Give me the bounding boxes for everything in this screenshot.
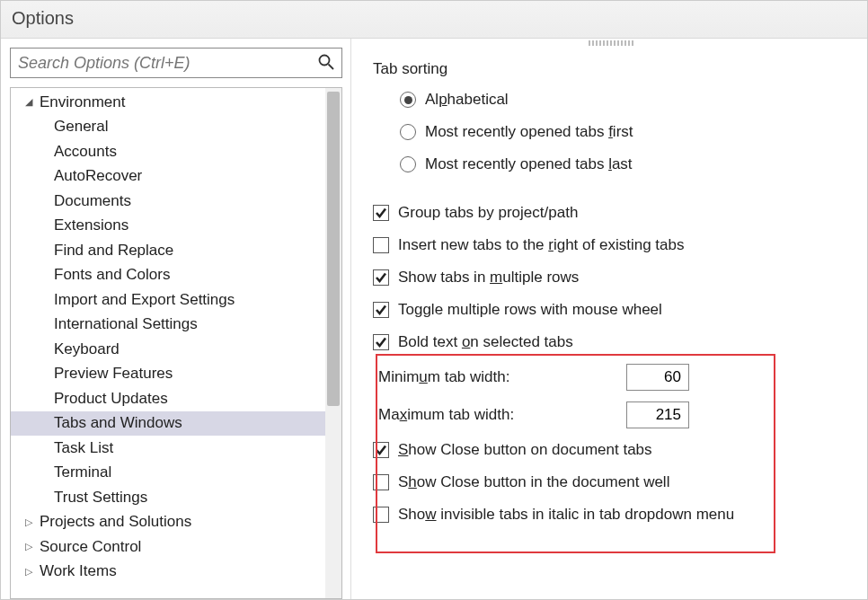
svg-line-1: [329, 65, 334, 70]
radio-label: Alphabetical: [425, 91, 509, 109]
checkbox-icon: [373, 474, 389, 490]
splitter[interactable]: [348, 39, 355, 599]
tree-item-international[interactable]: International Settings: [23, 313, 341, 338]
tree-label: Projects and Solutions: [40, 513, 191, 531]
svg-point-0: [320, 56, 330, 66]
check-close-in-well[interactable]: Show Close button in the document well: [373, 466, 860, 499]
min-tab-width-row: Minimum tab width:: [373, 358, 860, 396]
tree-item-autorecover[interactable]: AutoRecover: [23, 164, 341, 190]
tree-label: Keyboard: [54, 340, 120, 358]
tree-label: Product Updates: [54, 390, 168, 408]
check-label: Insert new tabs to the right of existing…: [398, 236, 684, 254]
tree-label: Tabs and Windows: [54, 414, 182, 432]
check-bold-selected[interactable]: Bold text on selected tabs: [373, 326, 860, 358]
tree-label: General: [54, 118, 108, 136]
tree-label: Accounts: [54, 143, 117, 161]
tree-item-trust-settings[interactable]: Trust Settings: [23, 485, 341, 510]
tree-label: Find and Replace: [54, 242, 173, 260]
min-tab-width-input[interactable]: [626, 364, 689, 391]
tree-scrollbar[interactable]: [325, 88, 341, 598]
radio-icon: [400, 124, 416, 140]
check-insert-right[interactable]: Insert new tabs to the right of existing…: [373, 229, 860, 261]
tree-node-source-control[interactable]: ▷ Source Control: [23, 534, 341, 560]
tree-label: AutoRecover: [54, 167, 142, 185]
radio-label: Most recently opened tabs first: [425, 123, 633, 141]
tree-label: Environment: [40, 93, 125, 111]
tree-label: Source Control: [40, 538, 141, 556]
check-group-by-project[interactable]: Group tabs by project/path: [373, 197, 860, 229]
panel-gripper-icon[interactable]: [589, 40, 633, 46]
tree-item-accounts[interactable]: Accounts: [23, 139, 341, 164]
caret-right-icon: ▷: [25, 541, 38, 552]
tree-node-work-items[interactable]: ▷ Work Items: [23, 560, 341, 585]
tree-node-projects-solutions[interactable]: ▷ Projects and Solutions: [23, 510, 341, 535]
check-label: Group tabs by project/path: [398, 204, 578, 222]
checkbox-icon: [373, 269, 389, 286]
check-label: Show invisible tabs in italic in tab dro…: [398, 506, 734, 524]
left-panel: ◢ Environment General Accounts AutoRecov…: [1, 39, 348, 599]
tab-options: Group tabs by project/path Insert new ta…: [373, 197, 860, 531]
tree-item-keyboard[interactable]: Keyboard: [23, 337, 341, 362]
tree-label: Task List: [54, 439, 113, 457]
category-tree[interactable]: ◢ Environment General Accounts AutoRecov…: [10, 87, 342, 599]
tree-item-tabs-windows[interactable]: Tabs and Windows: [11, 411, 341, 437]
radio-icon: [400, 156, 416, 172]
check-toggle-mouse-wheel[interactable]: Toggle multiple rows with mouse wheel: [373, 294, 860, 326]
check-close-on-tabs[interactable]: Show Close button on document tabs: [373, 434, 860, 466]
caret-down-icon: ◢: [25, 96, 38, 108]
tree-item-fonts-colors[interactable]: Fonts and Colors: [23, 263, 341, 288]
check-label: Show Close button on document tabs: [398, 441, 652, 459]
search-icon[interactable]: [317, 53, 335, 71]
min-tab-width-label: Minimum tab width:: [378, 368, 626, 386]
radio-label: Most recently opened tabs last: [425, 155, 633, 173]
check-label: Toggle multiple rows with mouse wheel: [398, 301, 662, 319]
radio-icon: [400, 92, 416, 108]
tree-item-documents[interactable]: Documents: [23, 189, 341, 214]
tree-label: Trust Settings: [54, 489, 147, 507]
scrollbar-thumb[interactable]: [327, 92, 340, 406]
check-multiple-rows[interactable]: Show tabs in multiple rows: [373, 261, 860, 294]
tree-item-extensions[interactable]: Extensions: [23, 214, 341, 239]
check-label: Show Close button in the document well: [398, 473, 669, 491]
search-wrap: [10, 48, 342, 78]
dialog-title: Options: [1, 1, 867, 39]
check-italic-invisible[interactable]: Show invisible tabs in italic in tab dro…: [373, 499, 860, 531]
tree-label: Extensions: [54, 216, 128, 234]
tab-sorting-heading: Tab sorting: [373, 60, 860, 78]
check-label: Bold text on selected tabs: [398, 333, 573, 351]
radio-alphabetical[interactable]: Alphabetical: [400, 84, 860, 116]
tree-item-general[interactable]: General: [23, 115, 341, 140]
checkbox-icon: [373, 334, 389, 350]
caret-right-icon: ▷: [25, 566, 38, 578]
tree-label: Documents: [54, 192, 131, 210]
checkbox-icon: [373, 205, 389, 221]
dialog-body: ◢ Environment General Accounts AutoRecov…: [1, 39, 867, 599]
tree-item-task-list[interactable]: Task List: [23, 436, 341, 461]
tree-label: Terminal: [54, 463, 111, 481]
radio-mru-last[interactable]: Most recently opened tabs last: [400, 148, 860, 181]
tree-item-terminal[interactable]: Terminal: [23, 461, 341, 486]
check-label: Show tabs in multiple rows: [398, 269, 579, 287]
max-tab-width-label: Maximum tab width:: [378, 406, 626, 424]
tree-item-find-replace[interactable]: Find and Replace: [23, 238, 341, 263]
settings-panel: Tab sorting Alphabetical Most recently o…: [355, 39, 867, 599]
max-tab-width-row: Maximum tab width:: [373, 396, 860, 434]
tree-item-preview-features[interactable]: Preview Features: [23, 362, 341, 387]
search-input[interactable]: [10, 48, 342, 78]
tab-sorting-group: Alphabetical Most recently opened tabs f…: [373, 84, 860, 181]
tree-item-product-updates[interactable]: Product Updates: [23, 386, 341, 411]
tree-node-environment[interactable]: ◢ Environment: [23, 90, 341, 115]
checkbox-icon: [373, 302, 389, 318]
tree-label: Preview Features: [54, 365, 173, 383]
checkbox-icon: [373, 442, 389, 458]
tree-item-import-export[interactable]: Import and Export Settings: [23, 287, 341, 313]
checkbox-icon: [373, 237, 389, 253]
checkbox-icon: [373, 507, 389, 523]
caret-right-icon: ▷: [25, 516, 38, 528]
radio-mru-first[interactable]: Most recently opened tabs first: [400, 116, 860, 148]
tree-label: Import and Export Settings: [54, 291, 235, 309]
tree-label: International Settings: [54, 315, 198, 333]
options-dialog: Options ◢ Environment General Accounts A: [0, 0, 868, 600]
max-tab-width-input[interactable]: [626, 401, 689, 428]
tree-label: Work Items: [40, 562, 117, 580]
